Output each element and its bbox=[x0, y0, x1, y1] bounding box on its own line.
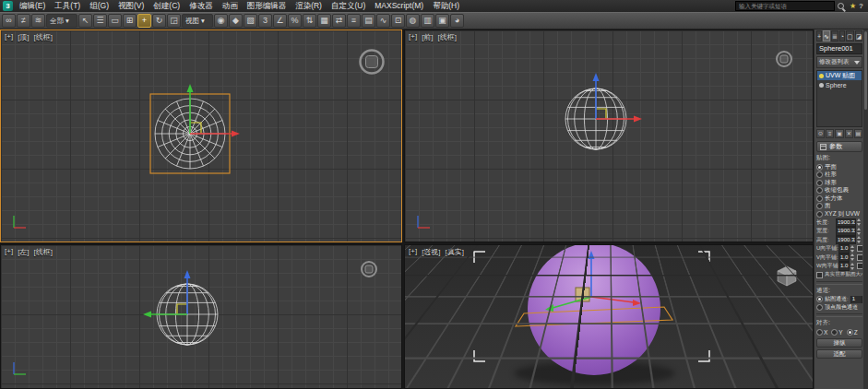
rectangular-selection-icon[interactable]: ▭ bbox=[108, 14, 122, 28]
edit-named-selection-sets-icon[interactable]: ▦ bbox=[317, 14, 331, 28]
menu-item[interactable]: 图形编辑器 bbox=[243, 0, 291, 12]
help-icon[interactable]: ? bbox=[859, 3, 863, 10]
menu-item[interactable]: 工具(T) bbox=[50, 0, 85, 12]
mapping-option[interactable]: 柱形 bbox=[816, 171, 862, 180]
display-tab[interactable]: ▢ bbox=[846, 30, 854, 41]
render-setup-icon[interactable]: ▥ bbox=[421, 14, 434, 28]
viewport-menu-button[interactable]: [+] bbox=[409, 32, 417, 42]
select-by-name-icon[interactable]: ☰ bbox=[93, 14, 107, 28]
spinner-buttons[interactable] bbox=[850, 263, 856, 270]
map-channel-option[interactable]: 贴图通道: 1 bbox=[816, 296, 862, 304]
utilities-tab[interactable]: ◪ bbox=[855, 30, 863, 41]
viewport-shading-button[interactable]: [线框] bbox=[34, 32, 53, 42]
value-field[interactable]: 1900.32 bbox=[836, 236, 856, 245]
percent-snap-icon[interactable]: % bbox=[288, 14, 302, 28]
scrollbar-thumb[interactable] bbox=[864, 31, 867, 110]
curve-editor-icon[interactable]: ∿ bbox=[376, 14, 390, 28]
parameters-rollout-header[interactable]: 参数 bbox=[816, 141, 862, 152]
viewport-shading-button[interactable]: [线框] bbox=[34, 247, 53, 257]
viewport-left[interactable]: [+] [左] [线框] bbox=[0, 244, 402, 389]
viewport-shading-button[interactable]: [真实] bbox=[446, 247, 464, 257]
reference-coordinate-dropdown[interactable]: 视图 ▾ bbox=[182, 14, 213, 28]
motion-tab[interactable]: ◔ bbox=[839, 30, 845, 41]
select-and-rotate-icon[interactable]: ↻ bbox=[152, 14, 166, 28]
align-axis-option[interactable]: Z bbox=[847, 329, 858, 336]
pin-stack-icon[interactable]: ⊙ bbox=[816, 129, 825, 138]
bind-to-space-warp-icon[interactable]: ≋ bbox=[31, 14, 45, 28]
spinner-buttons[interactable] bbox=[850, 245, 856, 253]
modifier-stack-item[interactable]: Sphere bbox=[817, 80, 862, 89]
window-crossing-icon[interactable]: ⊞ bbox=[123, 14, 137, 28]
angle-snap-icon[interactable]: ∠ bbox=[273, 14, 287, 28]
configure-modifier-sets-icon[interactable]: ▤ bbox=[854, 129, 862, 138]
app-logo-icon[interactable]: 3 bbox=[3, 1, 13, 11]
viewport-view-button[interactable]: [顶] bbox=[18, 32, 29, 42]
align-icon[interactable]: ≡ bbox=[347, 14, 361, 28]
spinner-snap-icon[interactable]: ⇅ bbox=[303, 14, 316, 28]
menu-item[interactable]: 视图(V) bbox=[113, 0, 149, 12]
search-icon[interactable] bbox=[838, 3, 844, 9]
mapping-option[interactable]: 长方体 bbox=[816, 194, 862, 203]
mapping-option[interactable]: 平面 bbox=[816, 163, 862, 171]
viewport-menu-button[interactable]: [+] bbox=[5, 247, 13, 257]
value-field[interactable]: 1900.32 bbox=[836, 227, 856, 236]
search-input[interactable] bbox=[735, 1, 835, 11]
select-and-manipulate-icon[interactable]: ◆ bbox=[229, 14, 243, 28]
material-editor-icon[interactable]: ◍ bbox=[406, 14, 420, 28]
value-field[interactable]: 1.0 bbox=[838, 244, 850, 253]
spinner-buttons[interactable] bbox=[857, 228, 862, 235]
flip-checkbox[interactable] bbox=[857, 263, 862, 269]
keyboard-shortcut-override-icon[interactable]: ▧ bbox=[244, 14, 257, 28]
modifier-stack-item[interactable]: UVW 贴图 bbox=[817, 71, 862, 80]
uvw-map-gizmo[interactable] bbox=[516, 307, 672, 326]
select-and-move-icon[interactable]: + bbox=[137, 14, 151, 28]
modifier-visibility-icon[interactable] bbox=[819, 74, 824, 78]
real-world-checkbox[interactable] bbox=[816, 272, 823, 278]
mapping-option[interactable]: 面 bbox=[816, 203, 862, 211]
fit-button[interactable]: 适配 bbox=[816, 349, 862, 359]
snaps-toggle-icon[interactable]: 3 bbox=[258, 14, 272, 28]
viewport-perspective[interactable]: [+] [透视] [真实] bbox=[404, 244, 814, 389]
schematic-view-icon[interactable]: ⊡ bbox=[391, 14, 405, 28]
menu-item[interactable]: 组(G) bbox=[85, 0, 113, 12]
viewport-front[interactable]: [+] [前] [线框] bbox=[404, 29, 814, 242]
select-object-icon[interactable]: ↖ bbox=[78, 14, 92, 28]
selection-filter-dropdown[interactable]: 全部 ▾ bbox=[46, 14, 77, 28]
select-and-scale-icon[interactable]: ◲ bbox=[167, 14, 181, 28]
viewport-menu-button[interactable]: [+] bbox=[409, 247, 417, 257]
viewport-view-button[interactable]: [左] bbox=[18, 247, 29, 257]
modifier-visibility-icon[interactable] bbox=[819, 83, 824, 88]
mirror-icon[interactable]: ⇄ bbox=[332, 14, 346, 28]
viewport-view-button[interactable]: [前] bbox=[422, 32, 433, 42]
viewcube[interactable] bbox=[778, 266, 796, 286]
modify-tab[interactable]: ∿ bbox=[823, 30, 830, 41]
menu-item[interactable]: 创建(C) bbox=[149, 0, 184, 12]
remove-modifier-icon[interactable]: ✕ bbox=[845, 129, 853, 138]
use-pivot-point-icon[interactable]: ◉ bbox=[214, 14, 228, 28]
menu-item[interactable]: 渲染(R) bbox=[291, 0, 327, 12]
create-tab[interactable]: + bbox=[816, 30, 822, 41]
select-and-link-icon[interactable]: ∞ bbox=[2, 14, 16, 28]
favorites-icon[interactable]: ★ bbox=[850, 3, 856, 10]
viewport-navigation-icon[interactable] bbox=[777, 52, 791, 66]
flip-checkbox[interactable] bbox=[857, 245, 862, 252]
menu-item[interactable]: 帮助(H) bbox=[428, 0, 464, 12]
manipulate-button[interactable]: 操纵 bbox=[816, 338, 862, 348]
align-axis-option[interactable]: Y bbox=[831, 329, 842, 336]
viewport-shading-button[interactable]: [线框] bbox=[438, 32, 457, 42]
panel-scrollbar[interactable] bbox=[863, 29, 868, 389]
value-field[interactable]: 1.0 bbox=[838, 253, 850, 263]
rendered-frame-window-icon[interactable]: ▣ bbox=[435, 14, 449, 28]
menu-item[interactable]: 修改器 bbox=[184, 0, 218, 12]
value-field[interactable]: 1900.32 bbox=[836, 218, 856, 228]
flip-checkbox[interactable] bbox=[857, 254, 862, 261]
unlink-selection-icon[interactable]: ≠ bbox=[17, 14, 30, 28]
value-field[interactable]: 1.0 bbox=[838, 262, 850, 271]
mapping-option[interactable]: XYZ 到 UVW bbox=[816, 210, 862, 218]
menu-item[interactable]: MAXScript(M) bbox=[370, 0, 428, 12]
menu-item[interactable]: 编辑(E) bbox=[15, 0, 50, 12]
viewport-view-button[interactable]: [透视] bbox=[422, 247, 440, 257]
hierarchy-tab[interactable]: ≣ bbox=[831, 30, 838, 41]
vertex-color-option[interactable]: 顶点颜色通道 bbox=[816, 303, 862, 312]
spinner-buttons[interactable] bbox=[857, 218, 862, 226]
